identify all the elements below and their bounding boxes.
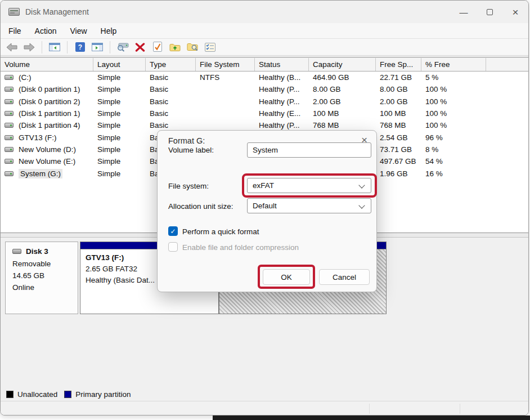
help-icon[interactable]: ? xyxy=(73,41,87,54)
table-cell: 2.00 GB xyxy=(309,97,376,106)
volume-icon xyxy=(5,123,14,128)
table-cell: 2.54 GB xyxy=(376,133,421,142)
table-row[interactable]: (Disk 0 partition 1)SimpleBasicHealthy (… xyxy=(1,83,529,95)
volume-icon xyxy=(5,99,14,104)
properties-icon[interactable] xyxy=(203,41,217,54)
device-search-icon[interactable] xyxy=(116,41,129,54)
delete-icon[interactable] xyxy=(133,41,147,54)
statusbar-divider xyxy=(460,404,460,414)
table-row[interactable]: (Disk 0 partition 2)SimpleBasicHealthy (… xyxy=(1,96,529,108)
forward-icon[interactable] xyxy=(23,41,36,54)
table-cell: Simple xyxy=(93,109,146,118)
table-cell: 22.71 GB xyxy=(376,73,421,82)
statusbar-divider xyxy=(369,404,370,414)
file-system-dropdown[interactable]: exFAT xyxy=(247,178,371,193)
volume-icon xyxy=(5,87,14,92)
folder-upload-icon[interactable] xyxy=(168,41,182,54)
maximize-button[interactable] xyxy=(477,1,502,23)
table-cell: Simple xyxy=(93,73,146,82)
table-cell: 8.00 GB xyxy=(309,85,376,93)
minimize-button[interactable]: — xyxy=(451,1,477,23)
allocation-dropdown[interactable]: Default xyxy=(247,198,371,213)
cancel-button[interactable]: Cancel xyxy=(319,269,370,285)
table-cell: Simple xyxy=(93,169,146,178)
menu-help[interactable]: Help xyxy=(101,26,117,35)
ok-button[interactable]: OK xyxy=(263,269,310,285)
table-row[interactable]: (Disk 1 partition 1)SimpleBasicHealthy (… xyxy=(1,108,529,119)
volume-name-cell: (Disk 0 partition 1) xyxy=(1,85,93,93)
column-header[interactable]: Type xyxy=(146,58,196,71)
chevron-down-icon xyxy=(358,182,365,188)
table-cell: Healthy (P... xyxy=(255,85,309,93)
check-document-icon[interactable] xyxy=(151,41,164,54)
table-cell: 16 % xyxy=(421,169,486,178)
back-icon[interactable] xyxy=(5,41,19,54)
column-header[interactable]: Status xyxy=(255,58,309,71)
disk-management-window: Disk Management — × File Action View Hel… xyxy=(0,0,529,415)
toolbar-separator xyxy=(110,41,110,53)
legend-item: Primary partition xyxy=(64,390,131,399)
table-cell: 100 % xyxy=(421,109,486,118)
legend-swatch xyxy=(64,391,71,398)
table-cell: 768 MB xyxy=(376,121,421,129)
table-cell: 54 % xyxy=(421,157,486,166)
table-cell: 96 % xyxy=(421,133,486,142)
compression-checkbox[interactable] xyxy=(168,242,178,252)
table-cell: 8.00 GB xyxy=(376,85,421,93)
table-cell: 100 % xyxy=(421,85,486,93)
close-button[interactable]: × xyxy=(502,1,528,23)
legend-item: Unallocated xyxy=(6,390,57,399)
table-cell: 497.67 GB xyxy=(376,157,421,166)
action-pane-icon[interactable] xyxy=(91,41,104,54)
table-cell: Basic xyxy=(146,121,196,129)
table-cell: 100 MB xyxy=(309,109,376,118)
menu-action[interactable]: Action xyxy=(35,26,57,35)
table-row[interactable]: (C:)SimpleBasicNTFSHealthy (B...464.90 G… xyxy=(1,72,529,83)
console-tree-icon[interactable] xyxy=(48,41,61,54)
volume-table-header: VolumeLayoutTypeFile SystemStatusCapacit… xyxy=(1,57,529,72)
column-header[interactable]: File System xyxy=(196,58,255,71)
volume-name-cell: (Disk 0 partition 2) xyxy=(1,97,93,106)
toolbar-separator xyxy=(42,41,42,53)
volume-name-cell: (C:) xyxy=(1,73,93,82)
column-header[interactable]: % Free xyxy=(421,58,486,71)
table-cell: Basic xyxy=(146,109,196,118)
menu-view[interactable]: View xyxy=(70,26,87,35)
volume-icon xyxy=(5,171,14,176)
table-cell: Simple xyxy=(93,97,146,106)
menu-file[interactable]: File xyxy=(8,26,21,35)
volume-name-cell: System (G:) xyxy=(1,169,93,178)
table-cell: 464.90 GB xyxy=(309,73,376,82)
volume-icon xyxy=(5,147,14,152)
column-header[interactable]: Free Sp... xyxy=(376,58,421,71)
column-header[interactable]: Layout xyxy=(93,58,146,71)
table-cell: 100 MB xyxy=(376,109,421,118)
table-cell: 768 MB xyxy=(309,121,376,129)
legend-label: Primary partition xyxy=(75,390,131,399)
allocation-value: Default xyxy=(253,202,277,210)
quick-format-checkbox[interactable]: ✓ xyxy=(168,226,178,236)
chevron-down-icon xyxy=(358,202,365,208)
status-bar xyxy=(1,401,529,415)
disk-kind: Removable xyxy=(12,258,78,270)
volume-icon xyxy=(5,75,14,80)
disk-status: Online xyxy=(12,282,78,293)
disk-info-box[interactable]: Disk 3 Removable 14.65 GB Online xyxy=(5,242,78,314)
window-title: Disk Management xyxy=(25,7,89,16)
table-cell: 2.00 GB xyxy=(376,97,421,106)
volume-label-input[interactable]: System xyxy=(247,142,371,158)
disk-drive-icon xyxy=(8,8,20,16)
disk-size: 14.65 GB xyxy=(12,270,78,282)
maximize-icon xyxy=(487,9,493,15)
folder-search-icon[interactable] xyxy=(186,41,199,54)
title-bar: Disk Management — × xyxy=(1,1,528,23)
table-cell: Simple xyxy=(93,157,146,166)
column-header[interactable]: Capacity xyxy=(309,58,376,71)
legend-swatch xyxy=(6,391,14,398)
table-cell: 100 % xyxy=(421,97,486,106)
table-cell: Basic xyxy=(146,85,196,93)
legend-label: Unallocated xyxy=(17,390,57,399)
column-header[interactable]: Volume xyxy=(1,58,93,71)
dialog-title: Format G: xyxy=(168,136,205,145)
disk-name: Disk 3 xyxy=(26,247,48,256)
